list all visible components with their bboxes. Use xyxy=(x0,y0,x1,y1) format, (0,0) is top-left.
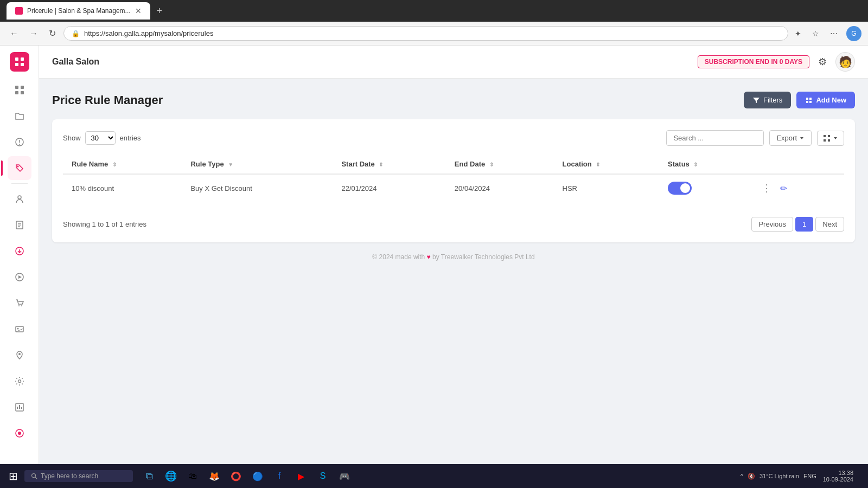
sidebar-logo xyxy=(10,52,29,72)
favorites-icon[interactable]: ☆ xyxy=(810,27,821,40)
taskbar-app-icons: ⧉ 🌐 🛍 🦊 ⭕ 🔵 f ▶ S 🎮 xyxy=(139,466,354,486)
showing-text: Showing 1 to 1 of 1 entries xyxy=(63,220,146,228)
filters-button[interactable]: Filters xyxy=(744,92,791,108)
svg-rect-32 xyxy=(806,98,808,100)
back-button[interactable]: ← xyxy=(7,27,22,41)
taskbar-right: ^ 🔇 31°C Light rain ENG 13:38 10-09-2024 xyxy=(741,470,864,483)
sidebar-item-gallery[interactable] xyxy=(8,317,31,341)
taskbar-search-icon xyxy=(31,473,37,479)
svg-point-20 xyxy=(21,305,22,306)
svg-point-25 xyxy=(18,380,21,383)
nav-icons: ✦ ☆ ⋯ G xyxy=(793,26,861,41)
previous-button[interactable]: Previous xyxy=(751,217,793,232)
entries-select[interactable]: 30 10 50 100 xyxy=(85,131,116,145)
sidebar-item-alert[interactable] xyxy=(8,130,31,154)
taskbar-games[interactable]: 🎮 xyxy=(335,466,354,486)
user-avatar[interactable]: 🧑 xyxy=(835,52,855,72)
svg-rect-34 xyxy=(806,101,808,103)
svg-rect-6 xyxy=(15,91,18,94)
svg-line-22 xyxy=(16,329,23,332)
sidebar-item-download[interactable] xyxy=(8,239,31,263)
svg-rect-38 xyxy=(824,139,826,142)
th-status[interactable]: Status ⇕ xyxy=(659,155,750,174)
pagination-row: Showing 1 to 1 of 1 entries Previous 1 N… xyxy=(63,210,844,232)
status-toggle[interactable] xyxy=(668,182,692,195)
svg-point-31 xyxy=(18,432,21,435)
address-bar[interactable]: 🔒 https://salon.galla.app/mysalon/pricer… xyxy=(63,26,788,41)
content-area: Galla Salon SUBSCRIPTION END IN 0 DAYS ⚙… xyxy=(39,46,868,488)
svg-point-10 xyxy=(19,144,20,145)
grid-dropdown-icon xyxy=(833,136,838,141)
table-controls: Show 30 10 50 100 entries Export xyxy=(63,130,844,146)
taskbar-lang: ENG xyxy=(803,473,816,479)
taskbar-date: 10-09-2024 xyxy=(823,476,853,483)
extensions-icon[interactable]: ✦ xyxy=(793,27,803,40)
taskbar-sys-icons: ^ 🔇 31°C Light rain ENG xyxy=(741,473,816,480)
taskbar-volume-icon[interactable]: 🔇 xyxy=(748,473,755,480)
sidebar-item-price-rules[interactable] xyxy=(8,156,31,180)
new-tab-button[interactable]: + xyxy=(157,5,163,17)
table-header-row: Rule Name ⇕ Rule Type ▼ Start Date ⇕ xyxy=(63,155,844,174)
th-end-date[interactable]: End Date ⇕ xyxy=(446,155,554,174)
sidebar-item-settings[interactable] xyxy=(8,369,31,393)
taskbar-clock: 13:38 10-09-2024 xyxy=(823,470,853,483)
taskbar-chrome[interactable]: 🔵 xyxy=(248,466,267,486)
sidebar-item-reports[interactable] xyxy=(8,213,31,237)
search-input[interactable] xyxy=(666,130,764,146)
sidebar-item-users[interactable] xyxy=(8,187,31,211)
taskbar-skype[interactable]: S xyxy=(313,466,333,486)
taskbar-youtube[interactable]: ▶ xyxy=(291,466,311,486)
sidebar-item-location[interactable] xyxy=(8,343,31,367)
sidebar-item-dashboard[interactable] xyxy=(8,78,31,102)
table-row: 10% discount Buy X Get Discount 22/01/20… xyxy=(63,174,844,202)
taskbar-task-view[interactable]: ⧉ xyxy=(139,466,159,486)
svg-line-41 xyxy=(35,477,37,479)
export-button[interactable]: Export xyxy=(769,130,812,146)
th-rule-type[interactable]: Rule Type ▼ xyxy=(182,155,333,174)
page-1-button[interactable]: 1 xyxy=(795,217,813,232)
profile-icon[interactable]: G xyxy=(846,26,861,41)
next-button[interactable]: Next xyxy=(815,217,844,232)
taskbar-edge[interactable]: 🌐 xyxy=(161,466,181,486)
th-rule-name[interactable]: Rule Name ⇕ xyxy=(63,155,182,174)
svg-rect-37 xyxy=(828,135,830,137)
sidebar-item-orders[interactable] xyxy=(8,291,31,315)
svg-point-40 xyxy=(32,474,36,478)
grid-view-button[interactable] xyxy=(817,131,844,146)
taskbar-chevron-icon[interactable]: ^ xyxy=(741,473,743,479)
taskbar-facebook[interactable]: f xyxy=(270,466,289,486)
cell-location: HSR xyxy=(554,174,660,202)
footer-text: © 2024 made with xyxy=(372,253,425,261)
browser-menu-icon[interactable]: ⋯ xyxy=(828,27,840,40)
start-button[interactable]: ⊞ xyxy=(4,467,22,485)
sidebar-item-play[interactable] xyxy=(8,265,31,289)
svg-rect-1 xyxy=(21,57,24,61)
header-actions: Filters Add New xyxy=(744,92,855,108)
th-start-date[interactable]: Start Date ⇕ xyxy=(333,155,445,174)
svg-rect-7 xyxy=(21,91,24,94)
taskbar-firefox[interactable]: 🦊 xyxy=(205,466,224,486)
reload-button[interactable]: ↻ xyxy=(46,26,59,41)
sidebar xyxy=(0,46,39,488)
taskbar-opera[interactable]: ⭕ xyxy=(226,466,246,486)
th-location[interactable]: Location ⇕ xyxy=(554,155,660,174)
taskbar-store[interactable]: 🛍 xyxy=(183,466,202,486)
forward-button[interactable]: → xyxy=(26,27,41,41)
table-card: Show 30 10 50 100 entries Export xyxy=(52,119,855,242)
header-settings-icon[interactable]: ⚙ xyxy=(818,56,827,68)
browser-tab[interactable]: Pricerule | Salon & Spa Managem... ✕ xyxy=(7,2,150,20)
sidebar-item-analytics[interactable] xyxy=(8,395,31,419)
sidebar-item-record[interactable] xyxy=(8,421,31,445)
tab-close-button[interactable]: ✕ xyxy=(135,7,142,15)
add-new-button[interactable]: Add New xyxy=(796,92,855,108)
pagination: Previous 1 Next xyxy=(751,217,844,232)
lock-icon: 🔒 xyxy=(72,30,80,37)
filter-icon xyxy=(752,97,760,104)
sidebar-item-folder[interactable] xyxy=(8,104,31,128)
footer: © 2024 made with ♥ by Treewalker Technol… xyxy=(52,242,855,272)
taskbar-search[interactable]: Type here to search xyxy=(24,470,133,482)
row-edit-button[interactable]: ✏ xyxy=(777,182,790,195)
svg-point-19 xyxy=(18,305,20,306)
row-more-actions-button[interactable]: ⋮ xyxy=(758,181,775,195)
table-right-controls: Export xyxy=(666,130,844,146)
